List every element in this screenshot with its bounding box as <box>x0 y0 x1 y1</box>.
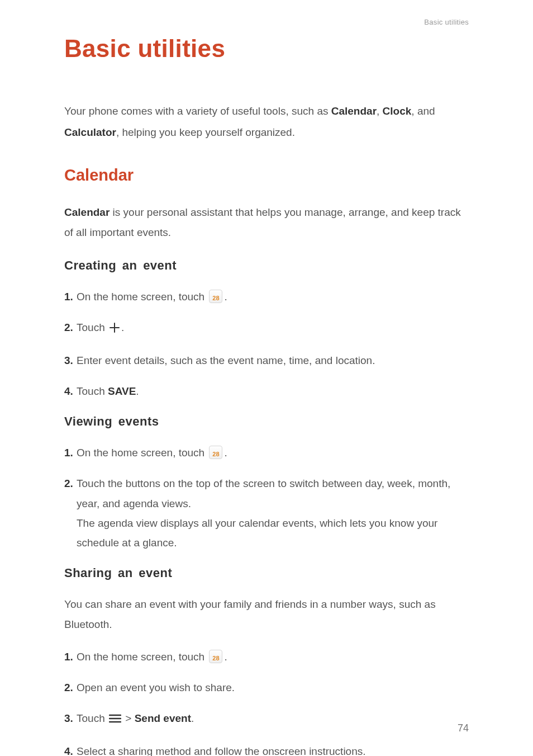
calendar-intro: Calendar is your personal assistant that… <box>64 202 469 243</box>
intro-text: , and <box>411 105 435 117</box>
calendar-icon <box>209 446 222 459</box>
step-text: . <box>136 385 139 397</box>
section-heading-calendar: Calendar <box>64 163 469 188</box>
calendar-icon <box>209 290 222 303</box>
step-text: The agenda view displays all your calend… <box>77 517 437 549</box>
step: On the home screen, touch . <box>64 647 469 667</box>
menu-icon <box>109 710 121 730</box>
creating-steps: On the home screen, touch . Touch . Ente… <box>64 287 469 401</box>
subsection-sharing: Sharing an event <box>64 564 469 582</box>
step-bold-save: SAVE <box>108 385 136 397</box>
step: Touch . <box>64 318 469 339</box>
step: Select a sharing method and follow the o… <box>64 741 469 756</box>
calendar-intro-text: is your personal assistant that helps yo… <box>64 206 461 238</box>
plus-icon <box>109 320 120 339</box>
subsection-viewing: Viewing events <box>64 412 469 431</box>
step: Touch > Send event. <box>64 708 469 730</box>
step-text: . <box>191 712 194 724</box>
step-text: Open an event you wish to share. <box>77 682 235 693</box>
intro-paragraph: Your phone comes with a variety of usefu… <box>64 101 469 143</box>
step: Touch the buttons on the top of the scre… <box>64 474 469 552</box>
step-text: Touch <box>77 712 108 724</box>
step-text: Touch <box>77 322 108 333</box>
intro-text: , <box>377 105 383 117</box>
step-text: . <box>121 322 124 333</box>
step-bold-send-event: Send event <box>135 712 191 724</box>
calendar-icon <box>209 650 222 663</box>
page-title: Basic utilities <box>64 30 469 67</box>
step: Enter event details, such as the event n… <box>64 351 469 370</box>
intro-bold-calendar: Calendar <box>331 105 377 117</box>
step-text: On the home screen, touch <box>77 291 207 303</box>
subsection-creating: Creating an event <box>64 256 469 275</box>
step-text: On the home screen, touch <box>77 447 207 459</box>
step-text: . <box>224 447 227 459</box>
intro-bold-clock: Clock <box>383 105 412 117</box>
step-text: Touch the buttons on the top of the scre… <box>77 478 450 509</box>
step: Touch SAVE. <box>64 381 469 401</box>
header-meta: Basic utilities <box>424 17 469 28</box>
step: On the home screen, touch . <box>64 287 469 306</box>
sharing-steps: On the home screen, touch . Open an even… <box>64 647 469 756</box>
intro-text: Your phone comes with a variety of usefu… <box>64 105 331 117</box>
viewing-steps: On the home screen, touch . Touch the bu… <box>64 443 469 552</box>
step-text: Touch <box>77 385 108 397</box>
step: Open an event you wish to share. <box>64 678 469 697</box>
step-text: Enter event details, such as the event n… <box>77 355 375 366</box>
page-number: 74 <box>458 721 469 736</box>
step-text: Select a sharing method and follow the o… <box>77 745 366 756</box>
step-text: > <box>122 712 135 724</box>
step-text: . <box>224 651 227 663</box>
sharing-intro: You can share an event with your family … <box>64 594 469 635</box>
step-text: On the home screen, touch <box>77 651 207 663</box>
intro-text: , helping you keep yourself organized. <box>116 126 295 138</box>
intro-bold-calculator: Calculator <box>64 126 116 138</box>
calendar-intro-bold: Calendar <box>64 206 110 218</box>
step: On the home screen, touch . <box>64 443 469 462</box>
step-text: . <box>224 291 227 303</box>
